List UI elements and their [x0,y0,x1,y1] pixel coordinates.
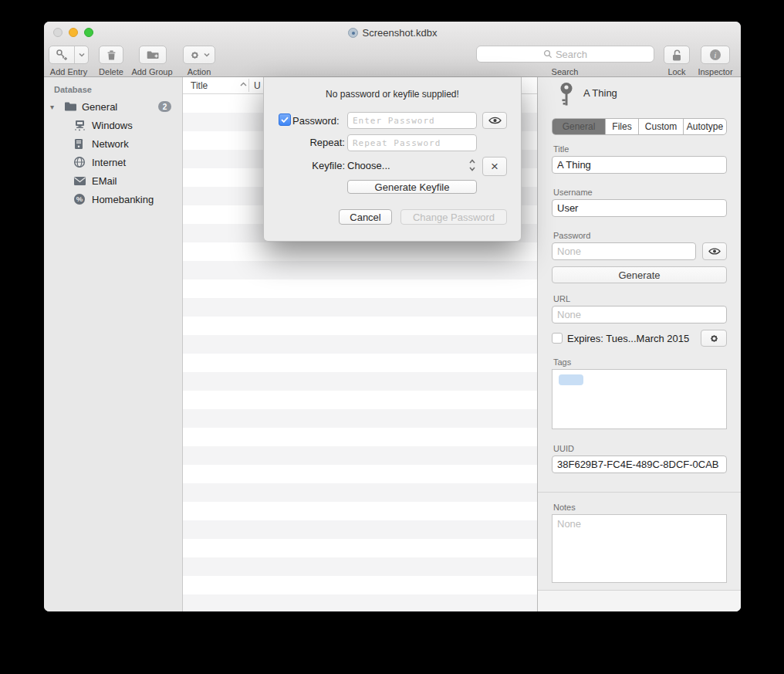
tab-custom[interactable]: Custom [639,119,684,134]
search-placeholder: Search [556,49,587,60]
trash-icon [106,49,117,61]
password-checkbox[interactable] [279,113,291,126]
add-group-label: Add Group [131,67,172,76]
column-header-username[interactable]: U [254,80,261,91]
inspector-tabs: General Files Custom Autotype [552,118,727,135]
sidebar-item-network[interactable]: Network [44,134,182,153]
gear-icon [189,49,201,61]
tag-token[interactable] [559,374,583,385]
lock-label: Lock [667,67,685,76]
uuid-field[interactable] [552,456,727,473]
window-header: Screenshot.kdbx Add Entry [44,22,741,77]
delete-button[interactable] [99,46,123,64]
url-field[interactable] [552,306,727,323]
expires-checkbox[interactable] [552,333,563,344]
svg-text:%: % [76,195,83,203]
generate-password-button[interactable]: Generate [552,266,727,283]
column-divider[interactable] [248,79,249,92]
eye-icon [488,116,502,125]
inspector-panel: A Thing General Files Custom Autotype Ti… [537,77,741,611]
stepper-icon[interactable] [468,157,476,173]
generate-keyfile-button[interactable]: Generate Keyfile [347,180,477,194]
change-password-button[interactable]: Change Password [400,209,507,225]
clear-keyfile-button[interactable]: × [482,157,507,176]
toolbar: Add Entry Delete Add Group [44,43,741,76]
sidebar-item-internet[interactable]: Internet [44,153,182,171]
sidebar-item-label: Internet [92,157,126,168]
key-plus-icon [56,49,68,61]
password-field[interactable] [552,242,696,260]
expires-options-button[interactable] [701,330,727,347]
show-password-button[interactable] [702,242,727,260]
document-icon [348,28,358,38]
change-password-sheet: No password or keyfile supplied! Passwor… [263,77,522,242]
notes-field[interactable] [552,514,727,583]
sheet-keyfile-label: Keyfile: [292,160,345,171]
action-label: Action [188,67,211,76]
tab-autotype[interactable]: Autotype [684,119,726,134]
cancel-button[interactable]: Cancel [339,209,392,225]
add-entry-dropdown[interactable] [74,46,88,63]
sidebar-item-email[interactable]: EMail [44,171,182,190]
username-field-label: Username [553,188,593,197]
close-x-icon: × [491,159,498,174]
keyfile-popup[interactable]: Choose... [347,160,390,171]
section-divider [538,492,741,493]
envelope-icon [73,176,86,186]
add-entry-label: Add Entry [50,67,87,76]
key-icon [558,82,575,108]
titlebar[interactable]: Screenshot.kdbx [44,22,741,43]
chevron-down-icon [79,52,85,57]
sidebar-item-label: EMail [92,175,117,187]
add-entry-button[interactable] [49,46,89,64]
tags-field-label: Tags [553,357,571,367]
action-button[interactable] [183,46,215,64]
sidebar-item-label: Windows [92,120,133,131]
sidebar-item-label: Homebanking [92,194,154,205]
globe-icon [73,156,86,168]
title-field[interactable] [552,156,727,174]
inspector-button[interactable]: i [701,46,730,64]
sheet-password-label: Password: [292,115,340,127]
info-icon: i [709,49,721,61]
sidebar-item-homebanking[interactable]: % Homebanking [44,190,182,208]
tags-field[interactable] [552,369,727,429]
sidebar-header-database: Database [54,85,182,94]
tab-general[interactable]: General [553,119,606,134]
notes-field-label: Notes [553,503,576,512]
sheet-message: No password or keyfile supplied! [264,89,521,100]
url-field-label: URL [553,294,570,303]
sidebar-item-label: General [82,101,117,113]
sheet-password-input[interactable] [347,112,477,129]
window-title: Screenshot.kdbx [44,22,741,43]
sidebar-item-windows[interactable]: Windows [44,116,182,134]
gear-icon [708,333,720,344]
disclosure-triangle-icon[interactable]: ▾ [50,103,54,111]
add-group-button[interactable] [139,46,167,64]
entry-count-badge: 2 [158,101,171,112]
sidebar-item-general[interactable]: ▾ General 2 [44,97,182,116]
lock-button[interactable] [664,46,690,64]
column-header-title[interactable]: Title [191,80,208,91]
chevron-down-icon [204,52,210,57]
search-label: Search [552,67,579,76]
sidebar: Database ▾ General 2 Windows Network [44,77,183,611]
tab-files[interactable]: Files [606,119,639,134]
sheet-repeat-input[interactable] [347,134,477,151]
app-window: Screenshot.kdbx Add Entry [44,22,741,611]
search-input[interactable]: Search [476,46,654,63]
sheet-show-password-button[interactable] [482,112,507,129]
svg-text:i: i [715,51,717,59]
uuid-field-label: UUID [553,444,574,453]
inspector-footer [538,590,741,611]
inspector-label: Inspector [698,67,732,76]
delete-label: Delete [99,67,123,76]
sidebar-item-label: Network [92,138,129,150]
percent-circle-icon: % [73,193,86,205]
sort-ascending-icon [240,82,247,86]
server-icon [73,138,84,150]
padlock-open-icon [671,49,683,62]
username-field[interactable] [552,199,727,217]
eye-icon [708,247,721,256]
folder-plus-icon [147,49,160,61]
